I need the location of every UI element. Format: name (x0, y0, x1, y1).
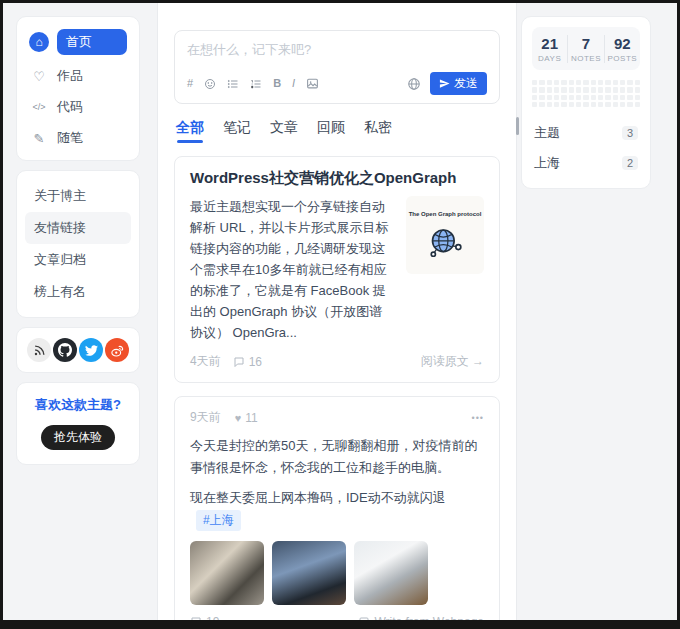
note-card: 9天前 ♥ 11 ••• 今天是封控的第50天，无聊翻翻相册，对疫情前的事情很是… (174, 396, 500, 629)
code-icon: </> (29, 97, 49, 117)
stat-notes: 7 NOTES (568, 35, 604, 63)
unordered-list-icon[interactable] (227, 78, 239, 90)
social-card (16, 327, 140, 373)
sidebar-item-essays[interactable]: ✎ 随笔 (25, 125, 131, 151)
menu-card: 关于博主 友情链接 文章归档 榜上有名 (16, 170, 140, 318)
send-button[interactable]: 发送 (430, 72, 487, 95)
menu-item-about[interactable]: 关于博主 (25, 180, 131, 212)
photo-thumbnail[interactable] (190, 541, 264, 605)
heatmap-cell (583, 102, 588, 107)
comment-count[interactable]: 19 (190, 615, 219, 629)
heatmap-cell (613, 80, 618, 85)
article-excerpt: 最近主题想实现一个分享链接自动解析 URL，并以卡片形式展示目标链接内容的功能，… (190, 196, 394, 343)
github-icon[interactable] (53, 338, 77, 362)
article-thumbnail[interactable]: The Open Graph protocol (406, 196, 484, 274)
note-paragraph: 今天是封控的第50天，无聊翻翻相册，对疫情前的事情很是怀念，怀念我的工位和趁手的… (190, 435, 484, 478)
heatmap-cell (554, 95, 559, 100)
tag-name: 主题 (534, 124, 560, 142)
right-sidebar: 21 DAYS 7 NOTES 92 POSTS 主题 3 (521, 16, 651, 620)
image-icon[interactable] (306, 77, 319, 90)
article-title[interactable]: WordPress社交营销优化之OpenGraph (190, 169, 484, 188)
thumbnail-caption: The Open Graph protocol (409, 211, 482, 217)
stat-posts: 92 POSTS (605, 35, 640, 63)
like-count[interactable]: ♥ 11 (235, 411, 258, 425)
heatmap-cell (561, 102, 566, 107)
heatmap-cell (620, 102, 625, 107)
menu-item-ranking[interactable]: 榜上有名 (25, 276, 131, 308)
heatmap-cell (547, 80, 552, 85)
heatmap-cell (539, 102, 544, 107)
heatmap-cell (605, 102, 610, 107)
tag-name: 上海 (534, 154, 560, 172)
heatmap-cell (532, 102, 537, 107)
bold-icon[interactable]: B (273, 78, 281, 89)
comment-icon (190, 616, 202, 628)
hashtag-icon[interactable]: # (187, 78, 193, 89)
post-time: 9天前 (190, 409, 221, 426)
tab-private[interactable]: 私密 (364, 119, 392, 143)
feed-tabs: 全部 笔记 文章 回顾 私密 (176, 119, 498, 143)
visibility-globe-icon[interactable] (407, 77, 421, 91)
tab-all[interactable]: 全部 (176, 119, 204, 143)
send-button-label: 发送 (454, 75, 478, 92)
try-theme-button[interactable]: 抢先体验 (41, 425, 115, 450)
italic-icon[interactable]: I (292, 78, 295, 89)
tab-articles[interactable]: 文章 (270, 119, 298, 143)
heatmap-cell (635, 95, 640, 100)
tag-list-item[interactable]: 主题 3 (532, 118, 640, 148)
pen-icon: ✎ (29, 128, 49, 148)
heatmap-cell (554, 80, 559, 85)
composer-toolbar: # B I (187, 72, 487, 95)
read-more-link[interactable]: 阅读原文 → (421, 353, 484, 370)
paper-plane-icon (439, 78, 450, 89)
heatmap-cell (583, 95, 588, 100)
menu-item-links[interactable]: 友情链接 (25, 212, 131, 244)
more-menu-button[interactable]: ••• (472, 413, 484, 423)
article-card[interactable]: WordPress社交营销优化之OpenGraph 最近主题想实现一个分享链接自… (174, 156, 500, 383)
heatmap-cell (576, 87, 581, 92)
photo-thumbnail[interactable] (272, 541, 346, 605)
heatmap-cell (532, 80, 537, 85)
heatmap-cell (627, 95, 632, 100)
nav-card: ⌂ 首页 ♡ 作品 </> 代码 ✎ 随笔 (16, 16, 140, 161)
tab-notes[interactable]: 笔记 (223, 119, 251, 143)
post-composer[interactable]: 在想什么，记下来吧? # B (174, 30, 500, 104)
heatmap-cell (547, 95, 552, 100)
hashtag-chip[interactable]: #上海 (196, 510, 241, 532)
sidebar-item-code[interactable]: </> 代码 (25, 94, 131, 120)
post-time: 4天前 (190, 353, 221, 370)
stats-card: 21 DAYS 7 NOTES 92 POSTS 主题 3 (521, 16, 651, 189)
tab-review[interactable]: 回顾 (317, 119, 345, 143)
scrollbar-thumb[interactable] (516, 117, 519, 135)
note-paragraph: 现在整天委屈上网本撸码，IDE动不动就闪退 (190, 490, 446, 505)
sidebar-item-home[interactable]: ⌂ 首页 (25, 26, 131, 58)
heatmap-cell (613, 95, 618, 100)
tag-list-item[interactable]: 上海 2 (532, 148, 640, 178)
comment-count[interactable]: 16 (233, 355, 262, 369)
heatmap-cell (583, 87, 588, 92)
heatmap-cell (605, 95, 610, 100)
rss-icon[interactable] (27, 338, 51, 362)
heatmap-cell (569, 87, 574, 92)
sidebar-item-label: 随笔 (57, 129, 83, 147)
heatmap-cell (598, 87, 603, 92)
heatmap-cell (539, 87, 544, 92)
emoji-icon[interactable] (204, 78, 216, 90)
menu-item-archive[interactable]: 文章归档 (25, 244, 131, 276)
home-icon: ⌂ (29, 32, 49, 52)
heatmap-cell (620, 95, 625, 100)
photo-thumbnail[interactable] (354, 541, 428, 605)
page: ⌂ 首页 ♡ 作品 </> 代码 ✎ 随笔 关于博主 友情链接 文章归档 榜上有… (3, 3, 677, 620)
heatmap-cell (591, 95, 596, 100)
heatmap-grid (532, 80, 640, 107)
write-source-icon (358, 616, 370, 628)
heatmap-cell (583, 80, 588, 85)
ordered-list-icon[interactable] (250, 78, 262, 90)
twitter-icon[interactable] (79, 338, 103, 362)
composer-input[interactable]: 在想什么，记下来吧? (187, 41, 487, 59)
heatmap-cell (547, 87, 552, 92)
heatmap-cell (620, 87, 625, 92)
heatmap-cell (613, 102, 618, 107)
sidebar-item-works[interactable]: ♡ 作品 (25, 63, 131, 89)
weibo-icon[interactable] (105, 338, 129, 362)
